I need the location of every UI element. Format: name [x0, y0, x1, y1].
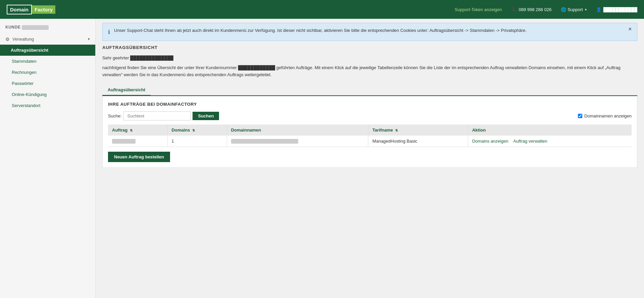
notification-banner: Unser Support-Chat steht Ihnen ab jetzt … [102, 23, 637, 41]
new-order-button[interactable]: Neuen Auftrag bestellen [108, 152, 170, 162]
search-label: Suche: [108, 113, 121, 118]
search-input[interactable] [123, 111, 191, 120]
domainnamen-redacted [231, 139, 298, 144]
sidebar-item-serverstandort[interactable]: Serverstandort [0, 100, 95, 111]
col-header-tarifname[interactable]: Tarifname ⇅ [368, 125, 468, 136]
logo-area: Domain Factory [7, 5, 55, 14]
user-name: ███████████ [603, 7, 637, 12]
sidebar: KUNDE Verwaltung ▾ Auftragsübersicht Sta… [0, 19, 96, 298]
info-icon [108, 28, 110, 37]
domain-names-label[interactable]: Domainnamen anzeigen [584, 113, 632, 118]
col-header-aktion: Aktion [468, 125, 632, 136]
sort-icon-auftrag: ⇅ [130, 129, 132, 132]
globe-icon [561, 7, 566, 12]
chevron-down-icon: ▾ [88, 37, 90, 41]
orders-section: IHRE AUFTRÄGE BEI DOMAINFACTORY Suche: S… [102, 96, 637, 168]
notification-text: Unser Support-Chat steht Ihnen ab jetzt … [114, 27, 527, 34]
header-user[interactable]: ███████████ [596, 7, 637, 12]
search-row: Suche: Suchen Domainnamen anzeigen [108, 111, 632, 120]
col-header-domainnamen[interactable]: Domainnamen [227, 125, 368, 136]
search-left: Suche: Suchen [108, 111, 219, 120]
sidebar-item-rechnungen[interactable]: Rechnungen [0, 67, 95, 78]
tab-auftragsuebersicht[interactable]: Auftragsübersicht [102, 85, 151, 96]
main-content: Unser Support-Chat steht Ihnen ab jetzt … [96, 19, 644, 298]
auftrag-verwalten-link[interactable]: Auftrag verwalten [513, 139, 547, 144]
col-header-domains[interactable]: Domains ⇅ [167, 125, 227, 136]
header: Domain Factory Support-Token anzeigen 08… [0, 0, 644, 19]
domain-names-checkbox-area[interactable]: Domainnamen anzeigen [578, 113, 632, 118]
logo-domain: Domain [7, 5, 32, 14]
sidebar-item-auftragsuebersicht[interactable]: Auftragsübersicht [0, 45, 95, 56]
sidebar-item-stammdaten[interactable]: Stammdaten [0, 56, 95, 67]
domain-names-checkbox[interactable] [578, 114, 582, 118]
support-button[interactable]: Support ▾ [561, 7, 587, 12]
cell-domains: 1 [167, 136, 227, 147]
page-content: AUFTRAGSÜBERSICHT Sehr geehrter ████████… [96, 45, 644, 175]
sidebar-menu-label: Verwaltung [12, 37, 34, 42]
cell-tarifname: ManagedHosting Basic [368, 136, 468, 147]
phone-icon [512, 7, 517, 12]
sidebar-item-online-kuendigung[interactable]: Online-Kündigung [0, 89, 95, 100]
table-row[interactable]: 1 ManagedHosting Basic Domains anzeigen … [108, 136, 632, 147]
greeting-text: Sehr geehrter ██████████████ [102, 55, 637, 60]
domains-anzeigen-link[interactable]: Domains anzeigen [472, 139, 508, 144]
orders-title: IHRE AUFTRÄGE BEI DOMAINFACTORY [108, 102, 632, 107]
search-button[interactable]: Suchen [193, 112, 219, 120]
cell-domainnamen [227, 136, 368, 147]
table-header-row: Auftrag ⇅ Domains ⇅ Domainnamen [108, 125, 632, 136]
support-label: Support [568, 7, 583, 12]
phone-number: 089 998 288 026 [519, 7, 552, 12]
description-text: nachfolgend finden Sie eine Übersicht de… [102, 64, 637, 79]
chevron-down-icon: ▾ [585, 8, 587, 11]
header-right: Support-Token anzeigen 089 998 288 026 S… [455, 7, 637, 12]
sidebar-kunde: KUNDE [0, 22, 95, 34]
cell-auftrag [108, 136, 167, 147]
sidebar-verwaltung-header[interactable]: Verwaltung ▾ [0, 34, 95, 45]
sort-icon-domains: ⇅ [192, 129, 195, 132]
close-icon[interactable]: × [627, 26, 634, 33]
support-token-link[interactable]: Support-Token anzeigen [455, 7, 502, 12]
cell-aktion: Domains anzeigen Auftrag verwalten [468, 136, 632, 147]
tabs-container: Auftragsübersicht [102, 85, 637, 96]
orders-table: Auftrag ⇅ Domains ⇅ Domainnamen [108, 125, 632, 147]
col-header-auftrag[interactable]: Auftrag ⇅ [108, 125, 167, 136]
logo-factory: Factory [32, 5, 55, 14]
page-title: AUFTRAGSÜBERSICHT [102, 45, 637, 50]
sidebar-item-passwoerter[interactable]: Passwörter [0, 78, 95, 89]
auftrag-redacted [112, 139, 136, 144]
user-icon [596, 7, 601, 12]
main-layout: KUNDE Verwaltung ▾ Auftragsübersicht Sta… [0, 19, 644, 298]
kunde-name-redacted [22, 25, 49, 30]
gear-icon [5, 37, 10, 42]
sort-icon-tarifname: ⇅ [395, 129, 398, 132]
header-phone: 089 998 288 026 [512, 7, 552, 12]
